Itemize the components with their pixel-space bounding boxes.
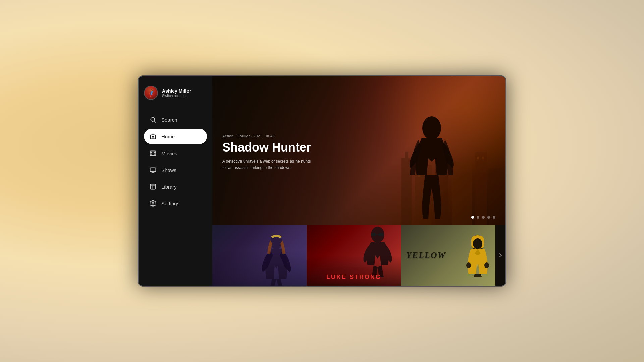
movies-icon xyxy=(149,149,157,157)
nav-menu: Search Home xyxy=(144,112,207,211)
shows-label: Shows xyxy=(161,167,176,173)
home-label: Home xyxy=(161,134,175,139)
yellow-character-svg xyxy=(465,234,490,277)
svg-rect-9 xyxy=(150,168,156,172)
scroll-right-button[interactable] xyxy=(495,225,505,286)
user-info: Ashley Miller Switch account xyxy=(162,88,191,98)
library-icon xyxy=(149,183,157,190)
carousel-dot-1[interactable] xyxy=(471,216,474,219)
carousel-dot-2[interactable] xyxy=(477,216,479,219)
hero-title: Shadow Hunter xyxy=(222,141,495,154)
sidebar-item-search[interactable]: Search xyxy=(144,112,207,127)
shows-icon xyxy=(149,166,157,174)
hero-description: A detective unravels a web of secrets as… xyxy=(222,158,316,171)
svg-rect-12 xyxy=(151,184,156,189)
svg-point-37 xyxy=(484,262,489,268)
yellow-figure xyxy=(465,234,490,277)
movies-label: Movies xyxy=(161,150,177,156)
main-content: Action · Thriller · 2021 · In 4K Shadow … xyxy=(212,76,505,286)
card-label-3: YELLOW xyxy=(406,250,446,260)
card-overlay-1 xyxy=(212,225,307,286)
sidebar-item-settings[interactable]: Settings xyxy=(144,196,207,211)
hero-meta: Action · Thriller · 2021 · In 4K xyxy=(222,134,495,138)
settings-label: Settings xyxy=(161,201,179,206)
svg-point-35 xyxy=(473,238,482,249)
library-label: Library xyxy=(161,184,177,190)
content-card-1[interactable] xyxy=(212,225,307,286)
carousel-dots xyxy=(471,216,495,219)
chevron-right-icon xyxy=(498,253,503,258)
card-label-2: LUKE STRONG xyxy=(326,274,381,281)
avatar: 🦸 xyxy=(144,86,158,100)
switch-account-link[interactable]: Switch account xyxy=(162,94,191,98)
user-profile[interactable]: 🦸 Ashley Miller Switch account xyxy=(144,86,207,100)
sidebar-item-library[interactable]: Library xyxy=(144,179,207,194)
svg-point-36 xyxy=(466,262,471,268)
hero-section: Action · Thriller · 2021 · In 4K Shadow … xyxy=(212,76,505,225)
svg-line-1 xyxy=(154,121,156,123)
carousel-dot-4[interactable] xyxy=(487,216,490,219)
tv-frame: 🦸 Ashley Miller Switch account Search xyxy=(138,75,506,287)
search-icon xyxy=(149,116,157,123)
user-name: Ashley Miller xyxy=(162,88,191,94)
sidebar-item-home[interactable]: Home xyxy=(144,129,207,144)
home-icon xyxy=(149,133,157,140)
svg-rect-2 xyxy=(150,151,156,155)
carousel-dot-5[interactable] xyxy=(493,216,495,219)
content-card-2[interactable]: LUKE STRONG xyxy=(307,225,401,286)
svg-point-13 xyxy=(152,203,154,204)
carousel-dot-3[interactable] xyxy=(482,216,485,219)
sidebar-item-shows[interactable]: Shows xyxy=(144,162,207,178)
sidebar-item-movies[interactable]: Movies xyxy=(144,145,207,161)
sidebar: 🦸 Ashley Miller Switch account Search xyxy=(139,76,212,286)
content-card-3[interactable]: YELLOW xyxy=(401,225,495,286)
settings-icon xyxy=(149,200,157,207)
hero-content: Action · Thriller · 2021 · In 4K Shadow … xyxy=(212,76,505,225)
content-row: LUKE STRONG xyxy=(212,225,505,286)
search-label: Search xyxy=(161,117,177,123)
